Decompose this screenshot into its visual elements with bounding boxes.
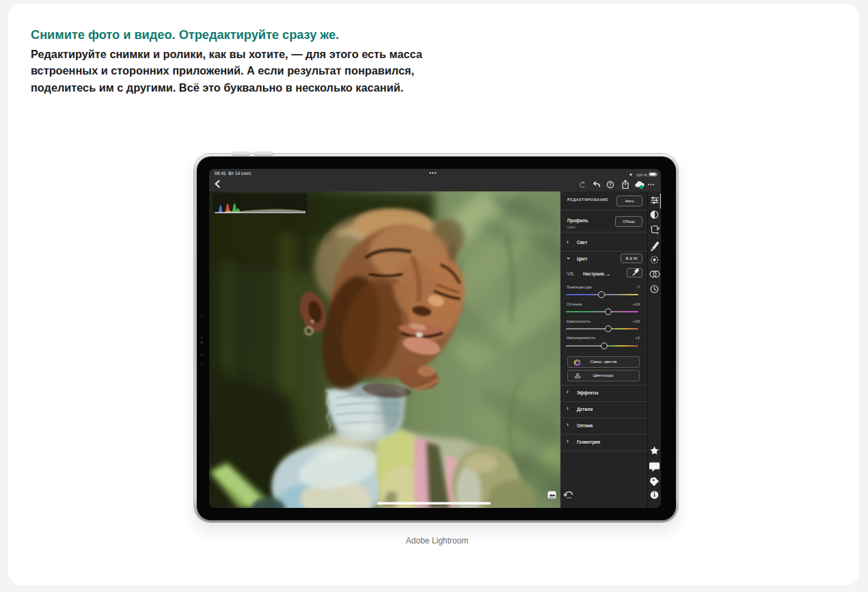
svg-text:100 %: 100 % bbox=[636, 173, 647, 177]
svg-text:?: ? bbox=[609, 182, 612, 187]
